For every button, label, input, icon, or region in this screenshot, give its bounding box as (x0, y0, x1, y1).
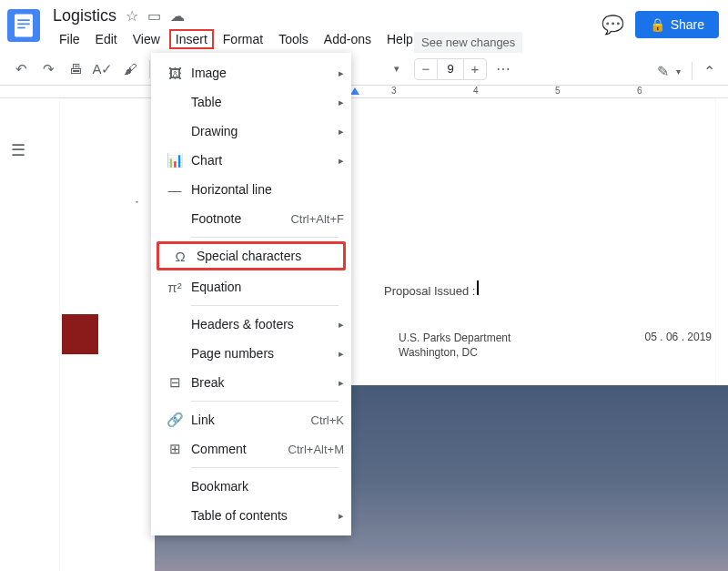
print-icon[interactable]: 🖶 (64, 57, 87, 81)
spellcheck-icon[interactable]: A✓ (91, 57, 115, 81)
insert-equation[interactable]: π²Equation (151, 272, 351, 301)
zoom-minus[interactable]: − (415, 61, 437, 76)
insert-bookmark[interactable]: Bookmark (151, 472, 351, 501)
chevron-right-icon: ▸ (339, 155, 344, 167)
star-icon[interactable]: ☆ (126, 7, 138, 25)
svg-rect-3 (17, 27, 25, 29)
chevron-up-icon[interactable]: ⌃ (703, 63, 715, 80)
date-text: 05 . 06 . 2019 (645, 331, 712, 360)
cloud-icon[interactable]: ☁ (170, 7, 185, 25)
red-block (62, 314, 98, 354)
more-icon[interactable]: ⋯ (496, 60, 511, 77)
chevron-down-icon[interactable]: ▾ (676, 66, 681, 76)
menu-tools[interactable]: Tools (272, 29, 315, 49)
break-icon: ⊟ (164, 374, 186, 391)
paint-format-icon[interactable]: 🖌 (118, 57, 142, 81)
lock-icon: 🔒 (650, 17, 665, 32)
move-icon[interactable]: ▭ (147, 7, 161, 25)
divider (191, 237, 339, 238)
share-button[interactable]: 🔒 Share (635, 11, 719, 38)
menu-addons[interactable]: Add-ons (318, 29, 378, 49)
insert-drawing[interactable]: Drawing▸ (151, 117, 351, 146)
ruler-tick: 6 (637, 86, 642, 96)
editing-mode-icon[interactable]: ✎ (657, 63, 669, 80)
ruler[interactable]: 3 4 5 6 (0, 86, 728, 98)
svg-rect-0 (15, 15, 33, 37)
outline-icon[interactable]: ☰ (11, 140, 25, 571)
insert-break[interactable]: ⊟Break▸ (151, 368, 351, 397)
chevron-right-icon: ▸ (339, 97, 344, 108)
link-icon: 🔗 (164, 412, 186, 428)
divider (191, 467, 339, 468)
insert-menu-dropdown: 🖼Image▸ Table▸ Drawing▸ 📊Chart▸ ―Horizon… (151, 53, 351, 535)
share-label: Share (671, 17, 704, 32)
ruler-tick: 3 (391, 86, 397, 96)
cursor-marker: ˟ (135, 200, 139, 210)
see-changes-button[interactable]: See new changes (414, 32, 522, 53)
menu-format[interactable]: Format (217, 29, 269, 49)
comments-icon[interactable]: 💬 (602, 14, 624, 36)
insert-comment[interactable]: ⊞CommentCtrl+Alt+M (151, 434, 351, 464)
comment-icon: ⊞ (164, 441, 186, 457)
chevron-right-icon: ▸ (339, 510, 344, 522)
divider (191, 305, 339, 306)
menu-file[interactable]: File (53, 29, 86, 49)
zoom-value[interactable]: 9 (437, 59, 464, 79)
proposal-label: Proposal Issued : (384, 284, 475, 298)
text-cursor (477, 280, 479, 295)
separator (149, 60, 150, 78)
divider (191, 401, 339, 402)
dept-text: U.S. Parks Department (399, 331, 511, 345)
insert-toc[interactable]: Table of contents▸ (151, 501, 351, 530)
doc-title[interactable]: Logistics (53, 6, 116, 25)
svg-rect-2 (17, 24, 29, 25)
indent-marker[interactable] (350, 87, 359, 95)
pi-icon: π² (164, 280, 186, 295)
ruler-tick: 5 (555, 86, 561, 96)
chevron-right-icon: ▸ (339, 377, 344, 389)
insert-table[interactable]: Table▸ (151, 87, 351, 117)
menu-insert[interactable]: Insert (169, 29, 214, 49)
toolbar: ↶ ↷ 🖶 A✓ 🖌 ▾ − 9 + ⋯ (0, 53, 728, 86)
zoom-plus[interactable]: + (464, 61, 486, 76)
insert-special-characters[interactable]: ΩSpecial characters (157, 241, 346, 270)
omega-icon: Ω (169, 249, 191, 264)
chevron-right-icon: ▸ (339, 126, 344, 138)
chevron-right-icon: ▸ (339, 348, 344, 360)
insert-image[interactable]: 🖼Image▸ (151, 58, 351, 87)
chevron-right-icon: ▸ (339, 319, 344, 331)
svg-rect-1 (17, 19, 29, 21)
insert-hr[interactable]: ―Horizontal line (151, 175, 351, 204)
menu-edit[interactable]: Edit (89, 29, 124, 49)
styles-dropdown-icon[interactable]: ▾ (394, 63, 399, 75)
redo-icon[interactable]: ↷ (36, 57, 60, 81)
insert-headers-footers[interactable]: Headers & footers▸ (151, 310, 351, 339)
insert-page-numbers[interactable]: Page numbers▸ (151, 339, 351, 368)
line-icon: ― (164, 182, 186, 198)
docs-logo[interactable] (7, 9, 40, 42)
chevron-right-icon: ▸ (339, 67, 344, 79)
chart-icon: 📊 (164, 152, 186, 168)
city-text: Washington, DC (399, 345, 511, 360)
ruler-tick: 4 (473, 86, 479, 96)
insert-link[interactable]: 🔗LinkCtrl+K (151, 405, 351, 434)
menu-view[interactable]: View (126, 29, 167, 49)
image-icon: 🖼 (164, 66, 186, 81)
separator (692, 62, 693, 80)
undo-icon[interactable]: ↶ (9, 57, 33, 81)
insert-chart[interactable]: 📊Chart▸ (151, 146, 351, 175)
insert-footnote[interactable]: FootnoteCtrl+Alt+F (151, 204, 351, 233)
